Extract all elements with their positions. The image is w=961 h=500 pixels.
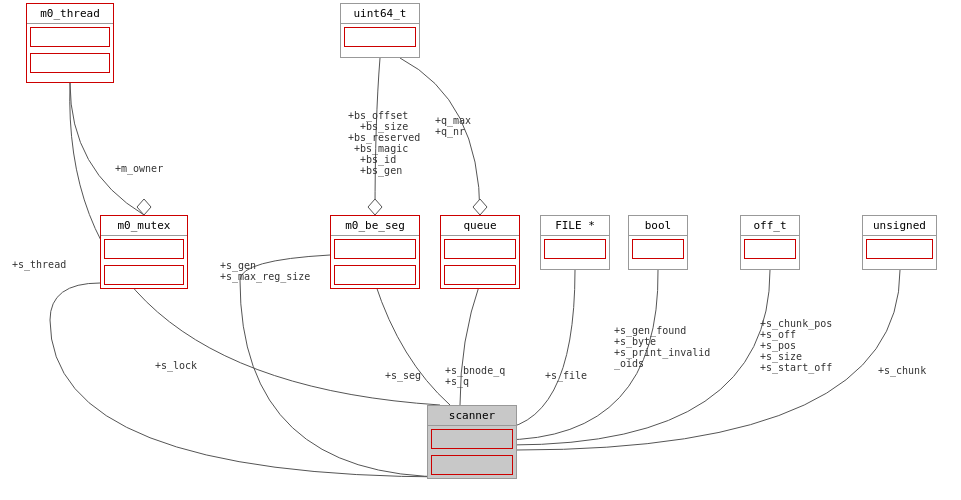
- label-lbl_s_thread: +s_thread: [12, 259, 66, 270]
- box-name-queue: queue: [441, 216, 519, 236]
- label-lbl_s_seg: +s_seg: [385, 370, 421, 381]
- box-section-m0_mutex-0: [104, 239, 184, 259]
- box-name-off_t: off_t: [741, 216, 799, 236]
- box-section-off_t-0: [744, 239, 796, 259]
- box-m0_thread: m0_thread: [26, 3, 114, 83]
- box-section-m0_thread-0: [30, 27, 110, 47]
- box-off_t: off_t: [740, 215, 800, 270]
- box-section-m0_mutex-1: [104, 265, 184, 285]
- box-section-scanner-1: [431, 455, 513, 475]
- box-section-queue-0: [444, 239, 516, 259]
- box-section-bool-0: [632, 239, 684, 259]
- box-section-queue-1: [444, 265, 516, 285]
- box-section-m0_be_seg-0: [334, 239, 416, 259]
- box-name-m0_mutex: m0_mutex: [101, 216, 187, 236]
- box-scanner: scanner: [427, 405, 517, 479]
- box-unsigned: unsigned: [862, 215, 937, 270]
- box-section-file-0: [544, 239, 606, 259]
- label-lbl_bs_fields: +bs_offset +bs_size +bs_reserved +bs_mag…: [348, 110, 420, 176]
- box-name-scanner: scanner: [428, 406, 516, 426]
- box-queue: queue: [440, 215, 520, 289]
- svg-marker-2: [473, 199, 487, 215]
- box-bool: bool: [628, 215, 688, 270]
- box-file: FILE *: [540, 215, 610, 270]
- label-lbl_s_bnode_q: +s_bnode_q +s_q: [445, 365, 505, 387]
- box-m0_be_seg: m0_be_seg: [330, 215, 420, 289]
- label-lbl_s_chunk_pos: +s_chunk_pos +s_off +s_pos +s_size +s_st…: [760, 318, 832, 373]
- label-lbl_s_chunk: +s_chunk: [878, 365, 926, 376]
- box-section-uint64_t-0: [344, 27, 416, 47]
- svg-marker-0: [137, 199, 151, 215]
- box-uint64_t: uint64_t: [340, 3, 420, 58]
- box-section-m0_thread-1: [30, 53, 110, 73]
- label-lbl_q_max: +q_max +q_nr: [435, 115, 471, 137]
- box-name-unsigned: unsigned: [863, 216, 936, 236]
- label-lbl_m_owner: +m_owner: [115, 163, 163, 174]
- svg-marker-1: [368, 199, 382, 215]
- label-lbl_s_gen_found: +s_gen_found +s_byte +s_print_invalid _o…: [614, 325, 710, 369]
- box-name-uint64_t: uint64_t: [341, 4, 419, 24]
- diagram: m0_threaduint64_tm0_mutexm0_be_segqueueF…: [0, 0, 961, 500]
- box-section-unsigned-0: [866, 239, 933, 259]
- box-name-m0_thread: m0_thread: [27, 4, 113, 24]
- box-section-m0_be_seg-1: [334, 265, 416, 285]
- label-lbl_s_lock: +s_lock: [155, 360, 197, 371]
- box-section-scanner-0: [431, 429, 513, 449]
- box-m0_mutex: m0_mutex: [100, 215, 188, 289]
- box-name-bool: bool: [629, 216, 687, 236]
- box-name-file: FILE *: [541, 216, 609, 236]
- box-name-m0_be_seg: m0_be_seg: [331, 216, 419, 236]
- label-lbl_s_file: +s_file: [545, 370, 587, 381]
- label-lbl_s_gen: +s_gen +s_max_reg_size: [220, 260, 310, 282]
